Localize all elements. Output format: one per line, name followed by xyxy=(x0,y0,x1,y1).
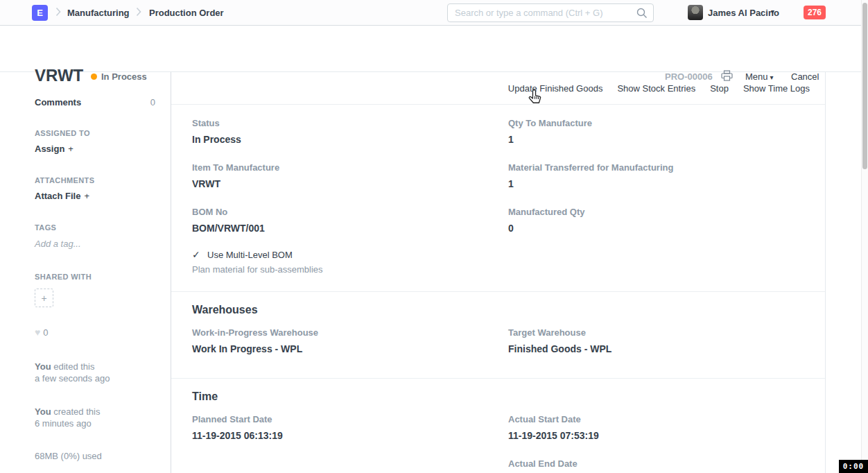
recording-timer: 0:00 xyxy=(839,460,868,473)
activity-created: You created this 6 minutes ago xyxy=(35,406,100,429)
scrollbar-track[interactable] xyxy=(861,0,868,473)
stop-button[interactable]: Stop xyxy=(710,83,729,94)
status-indicator-dot xyxy=(91,74,97,80)
assign-button[interactable]: Assign+ xyxy=(35,144,73,154)
heart-icon: ♥ xyxy=(35,327,40,338)
section-divider xyxy=(171,291,825,292)
field-bom-no: BOM NoBOM/VRWT/001 xyxy=(192,207,265,234)
plus-icon: + xyxy=(84,191,89,201)
field-qty-to-manufacture: Qty To Manufacture1 xyxy=(508,118,592,145)
warehouses-section-heading: Warehouses xyxy=(192,304,258,316)
shared-with-heading: SHARED WITH xyxy=(35,273,92,281)
field-target-warehouse: Target WarehouseFinished Goods - WPL xyxy=(508,327,611,354)
toolbar-divider xyxy=(171,104,825,105)
show-time-logs-button[interactable]: Show Time Logs xyxy=(743,83,810,94)
add-tag-input[interactable]: Add a tag... xyxy=(35,239,81,249)
form-right-border xyxy=(825,72,826,473)
chevron-right-icon xyxy=(136,7,141,19)
search-icon xyxy=(636,8,648,22)
field-actual-end-date: Actual End Date xyxy=(508,458,578,469)
breadcrumb-production-order[interactable]: Production Order xyxy=(149,8,224,18)
plus-icon: + xyxy=(41,293,46,304)
search-input[interactable] xyxy=(455,5,628,21)
field-item-to-manufacture: Item To ManufactureVRWT xyxy=(192,162,279,189)
field-manufactured-qty: Manufactured Qty0 xyxy=(508,207,585,234)
notification-badge[interactable]: 276 xyxy=(804,6,826,19)
page-title: VRWT xyxy=(35,66,83,85)
storage-usage: 68MB (0%) used xyxy=(35,451,102,461)
checkbox-description: Plan material for sub-assemblies xyxy=(192,264,323,275)
add-share-button[interactable]: + xyxy=(35,289,53,307)
show-stock-entries-button[interactable]: Show Stock Entries xyxy=(617,83,695,94)
user-avatar xyxy=(688,5,703,20)
scrollbar-thumb[interactable] xyxy=(862,3,867,169)
likes-count: 0 xyxy=(43,327,48,338)
update-finished-goods-button[interactable]: Update Finished Goods xyxy=(508,83,603,94)
time-section-heading: Time xyxy=(192,390,218,403)
plus-icon: + xyxy=(68,144,73,154)
attach-file-button[interactable]: Attach File+ xyxy=(35,191,89,201)
field-planned-start-date: Planned Start Date11-19-2015 06:13:19 xyxy=(192,414,283,441)
tags-heading: TAGS xyxy=(35,223,56,232)
app-logo[interactable]: E xyxy=(32,5,48,21)
like-button[interactable]: ♥0 xyxy=(35,327,49,338)
comments-label: Comments xyxy=(35,97,81,108)
user-name: James Al Pacino xyxy=(708,8,779,18)
form-toolbar: Update Finished Goods Show Stock Entries… xyxy=(171,72,825,104)
check-icon: ✓ xyxy=(192,249,207,260)
use-multi-level-bom-checkbox[interactable]: ✓ Use Multi-Level BOM xyxy=(192,249,293,260)
activity-edited: You edited this a few seconds ago xyxy=(35,361,110,384)
section-divider xyxy=(171,378,825,379)
attachments-heading: ATTACHMENTS xyxy=(35,176,94,184)
field-status: StatusIn Process xyxy=(192,118,241,145)
global-search xyxy=(447,3,654,22)
app-window: E Manufacturing Production Order James A… xyxy=(0,0,868,473)
breadcrumb-manufacturing[interactable]: Manufacturing xyxy=(67,8,130,18)
status-indicator-label: In Process xyxy=(101,71,147,82)
comments-count: 0 xyxy=(150,97,155,108)
navbar: E Manufacturing Production Order James A… xyxy=(0,0,868,26)
field-wip-warehouse: Work-in-Progress WarehouseWork In Progre… xyxy=(192,327,318,354)
sidebar-divider xyxy=(171,72,171,473)
comments-link[interactable]: Comments 0 xyxy=(35,97,155,108)
field-material-transferred: Material Transferred for Manufacturing1 xyxy=(508,162,673,189)
chevron-down-icon: ▾ xyxy=(771,8,774,15)
page-head: VRWT In Process PRO-00006 Menu▾ Cancel xyxy=(0,26,868,72)
chevron-right-icon xyxy=(55,7,61,19)
assigned-to-heading: ASSIGNED TO xyxy=(35,129,90,137)
field-actual-start-date: Actual Start Date11-19-2015 07:53:19 xyxy=(508,414,599,441)
